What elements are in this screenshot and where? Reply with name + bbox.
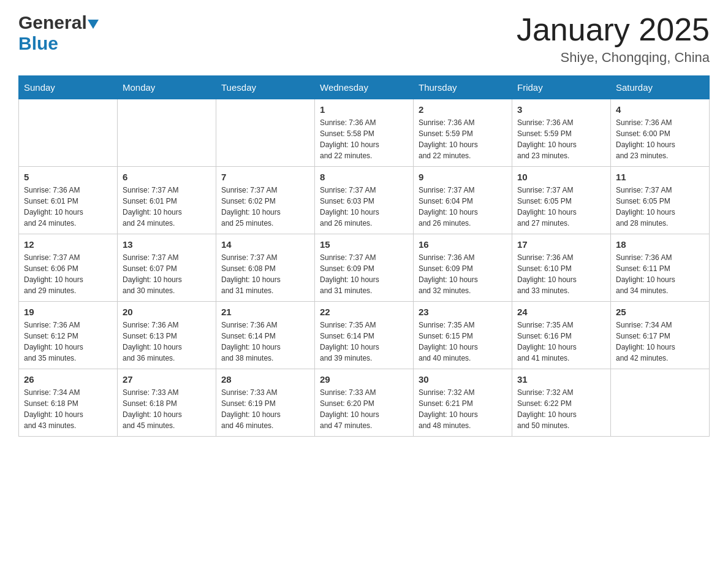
day-number: 29 — [320, 374, 408, 385]
calendar-week-row: 1Sunrise: 7:36 AM Sunset: 5:58 PM Daylig… — [19, 99, 710, 167]
calendar-cell: 20Sunrise: 7:36 AM Sunset: 6:13 PM Dayli… — [118, 302, 216, 369]
day-info: Sunrise: 7:34 AM Sunset: 6:18 PM Dayligh… — [24, 387, 112, 431]
day-info: Sunrise: 7:33 AM Sunset: 6:20 PM Dayligh… — [320, 387, 408, 431]
day-info: Sunrise: 7:37 AM Sunset: 6:07 PM Dayligh… — [123, 252, 211, 296]
logo: General Blue — [18, 12, 99, 54]
calendar-cell: 7Sunrise: 7:37 AM Sunset: 6:02 PM Daylig… — [216, 167, 315, 234]
day-info: Sunrise: 7:32 AM Sunset: 6:22 PM Dayligh… — [517, 387, 605, 431]
day-info: Sunrise: 7:37 AM Sunset: 6:05 PM Dayligh… — [517, 185, 605, 229]
day-number: 27 — [123, 374, 211, 385]
calendar-cell: 13Sunrise: 7:37 AM Sunset: 6:07 PM Dayli… — [118, 234, 216, 302]
calendar-cell: 26Sunrise: 7:34 AM Sunset: 6:18 PM Dayli… — [19, 369, 118, 437]
calendar-cell: 25Sunrise: 7:34 AM Sunset: 6:17 PM Dayli… — [611, 302, 710, 369]
day-info: Sunrise: 7:36 AM Sunset: 6:14 PM Dayligh… — [221, 320, 309, 364]
day-info: Sunrise: 7:37 AM Sunset: 6:09 PM Dayligh… — [320, 252, 408, 296]
day-number: 26 — [24, 374, 112, 385]
day-number: 10 — [517, 172, 605, 182]
calendar-cell: 19Sunrise: 7:36 AM Sunset: 6:12 PM Dayli… — [19, 302, 118, 369]
title-area: January 2025 Shiye, Chongqing, China — [517, 12, 710, 66]
day-info: Sunrise: 7:36 AM Sunset: 6:00 PM Dayligh… — [616, 117, 704, 161]
calendar-cell: 18Sunrise: 7:36 AM Sunset: 6:11 PM Dayli… — [611, 234, 710, 302]
day-number: 9 — [419, 172, 507, 182]
calendar-cell — [19, 99, 118, 167]
col-header-wednesday: Wednesday — [315, 76, 414, 99]
day-info: Sunrise: 7:36 AM Sunset: 5:59 PM Dayligh… — [419, 117, 507, 161]
day-number: 31 — [517, 374, 605, 385]
day-info: Sunrise: 7:35 AM Sunset: 6:14 PM Dayligh… — [320, 320, 408, 364]
day-info: Sunrise: 7:36 AM Sunset: 6:09 PM Dayligh… — [419, 252, 507, 296]
day-number: 30 — [419, 374, 507, 385]
day-info: Sunrise: 7:36 AM Sunset: 6:13 PM Dayligh… — [123, 320, 211, 364]
day-info: Sunrise: 7:36 AM Sunset: 5:58 PM Dayligh… — [320, 117, 408, 161]
location: Shiye, Chongqing, China — [517, 50, 710, 66]
day-number: 4 — [616, 104, 704, 115]
day-number: 13 — [123, 239, 211, 250]
calendar-table: SundayMondayTuesdayWednesdayThursdayFrid… — [18, 75, 710, 437]
calendar-week-row: 26Sunrise: 7:34 AM Sunset: 6:18 PM Dayli… — [19, 369, 710, 437]
day-number: 5 — [24, 172, 112, 182]
calendar-cell: 6Sunrise: 7:37 AM Sunset: 6:01 PM Daylig… — [118, 167, 216, 234]
day-number: 17 — [517, 239, 605, 250]
calendar-week-row: 19Sunrise: 7:36 AM Sunset: 6:12 PM Dayli… — [19, 302, 710, 369]
day-info: Sunrise: 7:34 AM Sunset: 6:17 PM Dayligh… — [616, 320, 704, 364]
day-info: Sunrise: 7:35 AM Sunset: 6:15 PM Dayligh… — [419, 320, 507, 364]
calendar-cell: 30Sunrise: 7:32 AM Sunset: 6:21 PM Dayli… — [414, 369, 512, 437]
day-number: 20 — [123, 307, 211, 317]
calendar-cell: 28Sunrise: 7:33 AM Sunset: 6:19 PM Dayli… — [216, 369, 315, 437]
day-info: Sunrise: 7:33 AM Sunset: 6:19 PM Dayligh… — [221, 387, 309, 431]
col-header-sunday: Sunday — [19, 76, 118, 99]
day-info: Sunrise: 7:37 AM Sunset: 6:01 PM Dayligh… — [123, 185, 211, 229]
day-number: 7 — [221, 172, 309, 182]
day-number: 1 — [320, 104, 408, 115]
day-info: Sunrise: 7:36 AM Sunset: 5:59 PM Dayligh… — [517, 117, 605, 161]
day-info: Sunrise: 7:33 AM Sunset: 6:18 PM Dayligh… — [123, 387, 211, 431]
calendar-cell: 5Sunrise: 7:36 AM Sunset: 6:01 PM Daylig… — [19, 167, 118, 234]
calendar-cell: 12Sunrise: 7:37 AM Sunset: 6:06 PM Dayli… — [19, 234, 118, 302]
calendar-cell: 1Sunrise: 7:36 AM Sunset: 5:58 PM Daylig… — [315, 99, 414, 167]
calendar-cell: 21Sunrise: 7:36 AM Sunset: 6:14 PM Dayli… — [216, 302, 315, 369]
col-header-monday: Monday — [118, 76, 216, 99]
calendar-cell: 14Sunrise: 7:37 AM Sunset: 6:08 PM Dayli… — [216, 234, 315, 302]
day-info: Sunrise: 7:32 AM Sunset: 6:21 PM Dayligh… — [419, 387, 507, 431]
day-info: Sunrise: 7:35 AM Sunset: 6:16 PM Dayligh… — [517, 320, 605, 364]
calendar-cell: 17Sunrise: 7:36 AM Sunset: 6:10 PM Dayli… — [512, 234, 611, 302]
day-number: 24 — [517, 307, 605, 317]
logo-triangle-icon — [88, 20, 99, 29]
day-number: 23 — [419, 307, 507, 317]
day-number: 19 — [24, 307, 112, 317]
day-info: Sunrise: 7:36 AM Sunset: 6:01 PM Dayligh… — [24, 185, 112, 229]
day-info: Sunrise: 7:37 AM Sunset: 6:04 PM Dayligh… — [419, 185, 507, 229]
day-number: 2 — [419, 104, 507, 115]
calendar-cell — [611, 369, 710, 437]
day-number: 16 — [419, 239, 507, 250]
calendar-week-row: 12Sunrise: 7:37 AM Sunset: 6:06 PM Dayli… — [19, 234, 710, 302]
day-info: Sunrise: 7:37 AM Sunset: 6:08 PM Dayligh… — [221, 252, 309, 296]
calendar-cell — [118, 99, 216, 167]
col-header-tuesday: Tuesday — [216, 76, 315, 99]
day-info: Sunrise: 7:37 AM Sunset: 6:05 PM Dayligh… — [616, 185, 704, 229]
month-title: January 2025 — [517, 12, 710, 47]
page-header: General Blue January 2025 Shiye, Chongqi… — [18, 12, 710, 66]
logo-blue: Blue — [18, 33, 58, 54]
day-info: Sunrise: 7:36 AM Sunset: 6:12 PM Dayligh… — [24, 320, 112, 364]
col-header-thursday: Thursday — [414, 76, 512, 99]
calendar-cell: 4Sunrise: 7:36 AM Sunset: 6:00 PM Daylig… — [611, 99, 710, 167]
day-number: 14 — [221, 239, 309, 250]
col-header-friday: Friday — [512, 76, 611, 99]
logo-general: General — [18, 12, 87, 33]
day-number: 12 — [24, 239, 112, 250]
day-info: Sunrise: 7:36 AM Sunset: 6:10 PM Dayligh… — [517, 252, 605, 296]
day-number: 25 — [616, 307, 704, 317]
day-number: 6 — [123, 172, 211, 182]
calendar-cell: 29Sunrise: 7:33 AM Sunset: 6:20 PM Dayli… — [315, 369, 414, 437]
day-number: 22 — [320, 307, 408, 317]
calendar-week-row: 5Sunrise: 7:36 AM Sunset: 6:01 PM Daylig… — [19, 167, 710, 234]
calendar-cell: 27Sunrise: 7:33 AM Sunset: 6:18 PM Dayli… — [118, 369, 216, 437]
day-info: Sunrise: 7:36 AM Sunset: 6:11 PM Dayligh… — [616, 252, 704, 296]
calendar-cell: 24Sunrise: 7:35 AM Sunset: 6:16 PM Dayli… — [512, 302, 611, 369]
day-number: 28 — [221, 374, 309, 385]
calendar-cell: 16Sunrise: 7:36 AM Sunset: 6:09 PM Dayli… — [414, 234, 512, 302]
day-number: 3 — [517, 104, 605, 115]
day-info: Sunrise: 7:37 AM Sunset: 6:03 PM Dayligh… — [320, 185, 408, 229]
day-number: 8 — [320, 172, 408, 182]
